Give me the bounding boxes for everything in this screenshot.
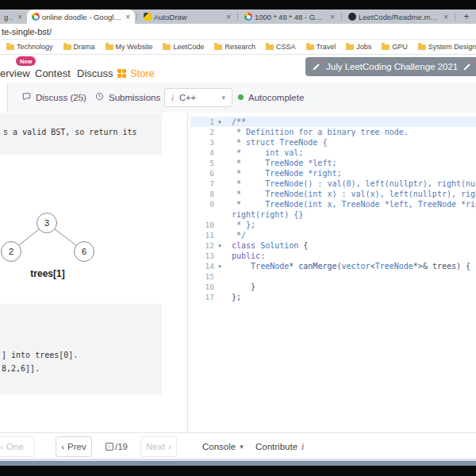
code-line[interactable]: 4 * int val; <box>190 148 476 158</box>
fold-spacer <box>214 292 225 302</box>
code-line[interactable]: 8 * TreeNode(int x) : val(x), left(nullp… <box>190 189 476 199</box>
letterbox-bottom <box>0 466 476 476</box>
fold-arrow-icon[interactable]: ▾ <box>214 240 225 251</box>
code-text: }; <box>232 292 476 302</box>
description-tab-edge[interactable] <box>0 83 8 112</box>
bookmark-item[interactable]: GPU <box>382 43 408 51</box>
code-text: TreeNode* canMerge(vector<TreeNode*>& tr… <box>232 261 476 271</box>
token: { <box>298 241 308 250</box>
browser-tab[interactable]: 1000 * 48 * 48 - Google Search× <box>240 10 340 24</box>
bookmark-item[interactable]: Research <box>214 43 255 51</box>
tab-close-icon[interactable]: × <box>17 13 22 21</box>
nav-item-store[interactable]: Store <box>130 67 155 79</box>
token: }; <box>232 293 241 301</box>
code-text: * int val; <box>232 148 476 158</box>
contribute-link[interactable]: Contribute i <box>255 433 304 459</box>
nav-item-contest[interactable]: Contest <box>35 67 71 79</box>
language-select[interactable]: i C++ ▾ <box>164 88 232 107</box>
browser-tab[interactable]: online doodle - Google Search× <box>27 10 135 24</box>
code-line[interactable]: right(right) {} <box>190 209 476 220</box>
line-gutter <box>190 209 227 220</box>
code-line[interactable]: 15 <box>190 271 476 282</box>
browser-tab[interactable]: gle BST× <box>0 10 27 24</box>
nav-item-overview[interactable]: erview <box>0 67 30 79</box>
bookmark-item[interactable]: Drama <box>63 43 95 51</box>
token: class <box>232 241 255 250</box>
bookmark-item[interactable]: Travel <box>306 43 336 51</box>
tab-submissions-label: Submissions <box>109 93 160 102</box>
code-line[interactable]: 13public: <box>190 251 476 261</box>
browser-tab[interactable]: AutoDraw× <box>139 10 236 24</box>
bookmark-item[interactable]: Jobs <box>346 43 371 51</box>
chevron-left-icon: ‹ <box>0 442 3 451</box>
line-gutter: 4 <box>190 148 227 158</box>
fold-arrow-icon[interactable]: ▾ <box>214 261 225 271</box>
line-gutter: 5 <box>190 158 227 168</box>
token: } <box>232 282 255 291</box>
code-line[interactable]: 1▾/** <box>190 117 476 127</box>
bookmark-item[interactable]: LeetCode <box>163 43 204 51</box>
browser-tab[interactable]: LeetCode/Readme.md at master× <box>344 10 453 24</box>
code-text: * TreeNode *left; <box>232 158 476 168</box>
tab-close-icon[interactable]: × <box>226 13 231 21</box>
bookmark-item[interactable]: Technology <box>6 43 53 51</box>
bookmark-item[interactable]: System Design <box>418 43 476 51</box>
token: *>& trees) { <box>413 262 470 271</box>
tab-close-icon[interactable]: × <box>125 13 130 21</box>
bookmark-label: Travel <box>317 43 336 51</box>
code-line[interactable]: 10 * }; <box>190 220 476 230</box>
autocomplete-label: Autocomplete <box>248 93 304 102</box>
tab-discuss[interactable]: Discuss (25) <box>22 83 86 112</box>
code-line[interactable]: 3 * struct TreeNode { <box>190 137 476 148</box>
code-line[interactable]: 6 * TreeNode *right; <box>190 168 476 178</box>
new-tab-button[interactable]: + <box>460 10 473 23</box>
address-bar[interactable]: te-single-bst/ <box>0 24 476 40</box>
bookmark-item[interactable]: CSSA <box>266 43 296 51</box>
code-text: * struct TreeNode { <box>232 137 476 148</box>
one-button[interactable]: ‹ One <box>0 436 35 457</box>
line-number: 7 <box>190 178 214 189</box>
folder-icon <box>266 44 274 50</box>
line-gutter: 13 <box>190 251 227 261</box>
fold-spacer <box>214 127 225 137</box>
folder-icon <box>106 44 113 50</box>
line-number: 1 <box>190 117 214 127</box>
code-line[interactable]: 5 * TreeNode *left; <box>190 158 476 168</box>
code-line[interactable]: 7 * TreeNode() : val(0), left(nullptr), … <box>190 178 476 189</box>
fold-spacer <box>214 199 225 209</box>
folder-icon <box>418 44 426 50</box>
bookmark-item[interactable]: My Website <box>106 43 153 51</box>
fold-arrow-icon[interactable]: ▾ <box>214 117 225 127</box>
code-line[interactable]: 9 * TreeNode(int x, TreeNode *left, Tree… <box>190 199 476 209</box>
tab-submissions[interactable]: Submissions <box>95 83 160 112</box>
token <box>232 262 251 271</box>
line-gutter: 9 <box>190 199 227 209</box>
code-line[interactable]: 17}; <box>190 292 476 302</box>
fold-spacer <box>214 251 225 261</box>
code-line[interactable]: 11 */ <box>190 230 476 240</box>
console-toggle[interactable]: Console ▾ <box>202 433 244 459</box>
next-button[interactable]: Next › <box>140 436 177 457</box>
tab-close-icon[interactable]: × <box>443 13 448 21</box>
tab-close-icon[interactable]: × <box>330 13 335 21</box>
code-editor[interactable]: 1▾/**2 * Definition for a binary tree no… <box>190 113 476 436</box>
line-number: 9 <box>190 199 214 209</box>
prev-button[interactable]: ‹ Prev <box>56 436 92 457</box>
token: vector <box>342 262 370 271</box>
challenge-banner[interactable]: July LeetCoding Challenge 2021 × <box>305 57 476 76</box>
code-text: public: <box>232 251 476 261</box>
fold-spacer <box>214 189 225 199</box>
token: Solution <box>260 241 298 250</box>
autocomplete-indicator[interactable]: Autocomplete <box>238 83 304 112</box>
line-gutter: 11 <box>190 230 227 240</box>
code-text: class Solution { <box>232 240 476 251</box>
tab-discuss-label: Discuss (25) <box>36 93 86 102</box>
code-line[interactable]: 12▾class Solution { <box>190 240 476 251</box>
token: * TreeNode(int x, TreeNode *left, TreeNo… <box>232 200 476 209</box>
code-line[interactable]: 16 } <box>190 282 476 292</box>
code-line[interactable]: 14▾ TreeNode* canMerge(vector<TreeNode*>… <box>190 261 476 271</box>
nav-item-discuss[interactable]: Discuss <box>77 67 113 79</box>
line-gutter: 17 <box>190 292 227 302</box>
code-line[interactable]: 2 * Definition for a binary tree node. <box>190 127 476 137</box>
page-indicator[interactable]: /19 <box>106 433 128 459</box>
